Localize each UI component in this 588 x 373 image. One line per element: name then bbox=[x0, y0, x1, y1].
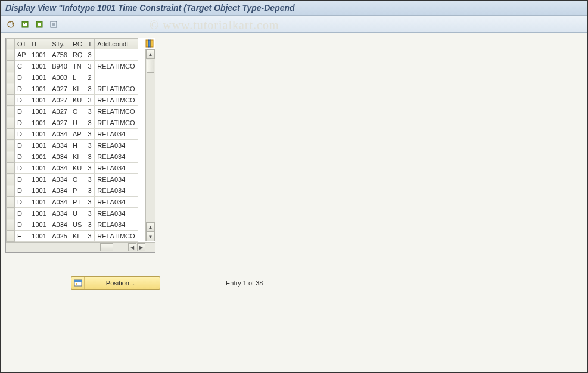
cell-sty: A034 bbox=[49, 140, 70, 151]
cell-ro: U bbox=[70, 208, 85, 219]
cell-t: 2 bbox=[85, 72, 95, 83]
row-selector[interactable] bbox=[7, 61, 15, 72]
table-row[interactable]: D1001A034H3RELA034 bbox=[7, 140, 138, 151]
col-ot[interactable]: OT bbox=[15, 39, 29, 49]
row-selector[interactable] bbox=[7, 231, 15, 242]
table-row[interactable]: D1001A034U3RELA034 bbox=[7, 208, 138, 219]
row-selector[interactable] bbox=[7, 129, 15, 140]
cell-ot: D bbox=[15, 129, 29, 140]
col-it[interactable]: IT bbox=[29, 39, 49, 49]
cell-t: 3 bbox=[85, 129, 95, 140]
position-button[interactable]: Position... bbox=[71, 276, 160, 290]
cell-sty: A003 bbox=[49, 72, 70, 83]
cell-ot: D bbox=[15, 163, 29, 174]
toggle-tool-icon[interactable] bbox=[4, 18, 17, 30]
cell-sty: A027 bbox=[49, 83, 70, 95]
table-row[interactable]: D1001A034P3RELA034 bbox=[7, 185, 138, 197]
cell-ot: D bbox=[15, 219, 29, 231]
row-selector[interactable] bbox=[7, 83, 15, 95]
cell-sty: A034 bbox=[49, 219, 70, 231]
table-row[interactable]: E1001A025KI3RELATIMCO bbox=[7, 231, 138, 242]
row-selector[interactable] bbox=[7, 95, 15, 106]
svg-rect-3 bbox=[23, 24, 27, 26]
table-row[interactable]: D1001A027KU3RELATIMCO bbox=[7, 95, 138, 106]
table-row[interactable]: D1001A034KI3RELA034 bbox=[7, 151, 138, 163]
table-row[interactable]: D1001A034PT3RELA034 bbox=[7, 197, 138, 208]
col-ro[interactable]: RO bbox=[70, 39, 85, 49]
horizontal-scrollbar[interactable]: ◀ ▶ bbox=[6, 242, 155, 252]
cell-it: 1001 bbox=[29, 61, 49, 72]
cell-sty: B940 bbox=[49, 61, 70, 72]
cell-sty: A027 bbox=[49, 95, 70, 106]
scroll-up2-icon[interactable]: ▲ bbox=[146, 222, 155, 232]
cell-it: 1001 bbox=[29, 140, 49, 151]
cell-ot: D bbox=[15, 185, 29, 197]
table-row[interactable]: C1001B940TN3RELATIMCO bbox=[7, 61, 138, 72]
row-selector[interactable] bbox=[7, 140, 15, 151]
cell-addl: RELATIMCO bbox=[95, 231, 138, 242]
svg-rect-6 bbox=[38, 24, 41, 26]
row-selector[interactable] bbox=[7, 117, 15, 129]
cell-it: 1001 bbox=[29, 106, 49, 117]
table-settings-icon[interactable] bbox=[145, 39, 154, 48]
cell-t: 3 bbox=[85, 231, 95, 242]
copy-icon[interactable] bbox=[18, 18, 32, 30]
row-selector[interactable] bbox=[7, 163, 15, 174]
table-row[interactable]: D1001A027O3RELATIMCO bbox=[7, 106, 138, 117]
svg-rect-1 bbox=[23, 23, 24, 24]
cell-addl: RELA034 bbox=[95, 219, 138, 231]
cell-sty: A034 bbox=[49, 185, 70, 197]
cell-ro: H bbox=[70, 140, 85, 151]
row-selector[interactable] bbox=[7, 106, 15, 117]
cell-t: 3 bbox=[85, 208, 95, 219]
cell-sty: A025 bbox=[49, 231, 70, 242]
cell-ro: AP bbox=[70, 129, 85, 140]
row-selector[interactable] bbox=[7, 151, 15, 163]
cell-addl: RELA034 bbox=[95, 197, 138, 208]
save-icon[interactable] bbox=[33, 18, 46, 30]
data-grid: OT IT STy. RO T Addl.condt AP1001A756RQ3… bbox=[5, 38, 155, 253]
hscroll-right-icon[interactable]: ▶ bbox=[137, 243, 145, 251]
col-t[interactable]: T bbox=[85, 39, 95, 49]
cell-ro: L bbox=[70, 72, 85, 83]
position-label: Position... bbox=[87, 279, 154, 287]
col-select[interactable] bbox=[7, 39, 15, 49]
cell-addl: RELA034 bbox=[95, 163, 138, 174]
cell-ot: D bbox=[15, 174, 29, 185]
row-selector[interactable] bbox=[7, 219, 15, 231]
cell-ot: D bbox=[15, 117, 29, 129]
cell-t: 3 bbox=[85, 83, 95, 95]
table-row[interactable]: D1001A027KI3RELATIMCO bbox=[7, 83, 138, 95]
col-sty[interactable]: STy. bbox=[49, 39, 70, 49]
cell-it: 1001 bbox=[29, 197, 49, 208]
table-row[interactable]: D1001A034AP3RELA034 bbox=[7, 129, 138, 140]
cell-sty: A034 bbox=[49, 151, 70, 163]
row-selector[interactable] bbox=[7, 174, 15, 185]
cell-addl: RELA034 bbox=[95, 174, 138, 185]
vertical-scrollbar[interactable]: ▲ ▲ ▼ bbox=[145, 49, 155, 241]
row-selector[interactable] bbox=[7, 49, 15, 61]
cell-it: 1001 bbox=[29, 185, 49, 197]
scroll-thumb[interactable] bbox=[147, 60, 154, 73]
cell-addl bbox=[95, 49, 138, 61]
cell-addl: RELATIMCO bbox=[95, 106, 138, 117]
row-selector[interactable] bbox=[7, 185, 15, 197]
table-row[interactable]: D1001A034KU3RELA034 bbox=[7, 163, 138, 174]
table-row[interactable]: D1001A034O3RELA034 bbox=[7, 174, 138, 185]
row-selector[interactable] bbox=[7, 208, 15, 219]
table-row[interactable]: D1001A027U3RELATIMCO bbox=[7, 117, 138, 129]
row-selector[interactable] bbox=[7, 197, 15, 208]
cell-addl bbox=[95, 72, 138, 83]
table-row[interactable]: D1001A034US3RELA034 bbox=[7, 219, 138, 231]
scroll-up-icon[interactable]: ▲ bbox=[146, 49, 155, 59]
hscroll-left-icon[interactable]: ◀ bbox=[128, 243, 136, 251]
cell-it: 1001 bbox=[29, 174, 49, 185]
hscroll-thumb[interactable] bbox=[100, 243, 113, 251]
col-addl[interactable]: Addl.condt bbox=[95, 39, 138, 49]
table-row[interactable]: AP1001A756RQ3 bbox=[7, 49, 138, 61]
row-selector[interactable] bbox=[7, 72, 15, 83]
cell-ro: PT bbox=[70, 197, 85, 208]
print-icon[interactable] bbox=[47, 18, 60, 30]
scroll-down-icon[interactable]: ▼ bbox=[146, 232, 155, 241]
table-row[interactable]: D1001A003L2 bbox=[7, 72, 138, 83]
